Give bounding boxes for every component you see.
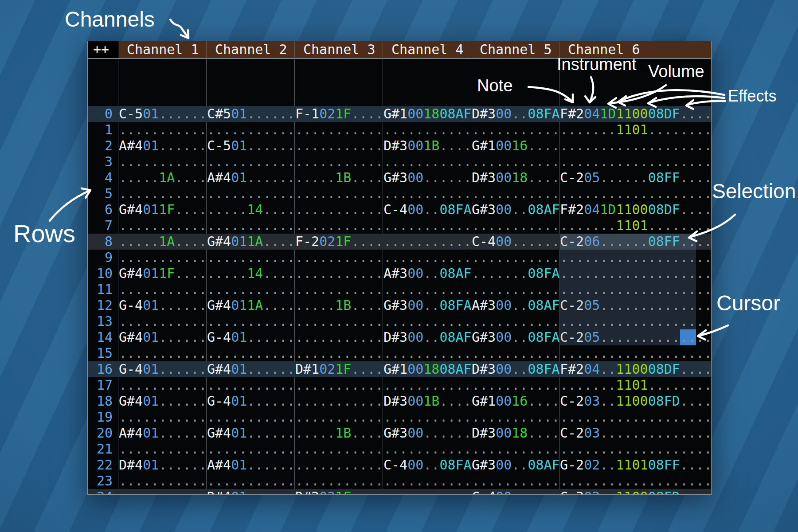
pattern-cell[interactable]: ........... xyxy=(472,409,560,425)
pattern-cell[interactable]: G#300..08AF xyxy=(472,202,560,218)
pattern-cell[interactable]: ........... xyxy=(383,473,472,489)
pattern-cell[interactable]: ........... xyxy=(119,313,207,329)
pattern-cell[interactable]: ........... xyxy=(383,122,472,138)
pattern-cell[interactable]: A#300..08AF xyxy=(383,266,472,282)
pattern-cell[interactable]: .....1A.... xyxy=(119,170,207,186)
pattern-cell[interactable]: ........... xyxy=(295,345,383,361)
pattern-row[interactable]: 16G-401......G#401......D#1021F....G#100… xyxy=(88,361,711,377)
pattern-cell[interactable]: C-501...... xyxy=(207,138,295,154)
pattern-cell[interactable]: D#401...... xyxy=(119,457,207,473)
pattern-cell[interactable]: ........... xyxy=(472,377,560,393)
pattern-cell[interactable]: ........... xyxy=(119,218,207,234)
pattern-row[interactable]: 17......................................… xyxy=(88,377,711,393)
pattern-cell[interactable]: ........... xyxy=(383,218,472,234)
pattern-cell[interactable]: ........... xyxy=(207,250,295,266)
pattern-cell[interactable]: ........... xyxy=(383,377,472,393)
pattern-cell[interactable]: ........... xyxy=(295,202,383,218)
pattern-cell[interactable]: ........... xyxy=(295,473,383,489)
pattern-row[interactable]: 19......................................… xyxy=(88,409,711,425)
pattern-cell[interactable]: ........... xyxy=(383,441,472,457)
pattern-cell[interactable]: G#401...... xyxy=(207,425,295,441)
pattern-cell[interactable]: C-302..110008FD.... xyxy=(560,489,712,495)
pattern-cell[interactable]: ........... xyxy=(295,122,383,138)
pattern-cell[interactable]: ........... xyxy=(295,218,383,234)
pattern-cell[interactable]: .....14.... xyxy=(207,202,295,218)
pattern-cell[interactable]: ................... xyxy=(560,138,712,154)
pattern-cell[interactable]: ........... xyxy=(207,154,295,170)
pattern-cell[interactable]: A#401...... xyxy=(119,425,207,441)
pattern-cell[interactable]: G#4011A.... xyxy=(207,297,295,313)
pattern-cell[interactable]: ........... xyxy=(119,154,207,170)
channel-header-1[interactable]: Channel 1 xyxy=(119,41,207,58)
channel-header-3[interactable]: Channel 3 xyxy=(295,41,383,58)
pattern-cell[interactable]: ........... xyxy=(207,218,295,234)
pattern-corner-button[interactable]: ++ xyxy=(88,41,119,58)
pattern-cell[interactable]: ................... xyxy=(560,409,712,425)
pattern-cell[interactable]: ................... xyxy=(560,154,712,170)
pattern-cell[interactable]: C-400...... xyxy=(472,234,560,250)
pattern-cell[interactable]: ........... xyxy=(207,282,295,297)
pattern-cell[interactable]: G#4011A.... xyxy=(207,234,295,250)
pattern-cell[interactable]: D#300..08FA xyxy=(472,361,560,377)
pattern-cell[interactable]: G-401...... xyxy=(207,329,295,345)
pattern-cell[interactable]: ........... xyxy=(295,154,383,170)
pattern-cell[interactable]: C-203..110008FD.... xyxy=(560,393,712,409)
pattern-cell[interactable]: ........... xyxy=(383,282,472,297)
pattern-cell[interactable]: ........... xyxy=(295,393,383,409)
pattern-cell[interactable]: ........... xyxy=(295,138,383,154)
pattern-cell[interactable]: ........... xyxy=(295,313,383,329)
pattern-cell[interactable]: ........... xyxy=(119,186,207,202)
pattern-cell[interactable]: ................... xyxy=(560,441,712,457)
pattern-cell[interactable]: ........... xyxy=(207,409,295,425)
pattern-cell[interactable]: ........... xyxy=(119,377,207,393)
pattern-cell[interactable]: G-202..110108FF.... xyxy=(560,457,712,473)
pattern-cell[interactable]: G-401...... xyxy=(119,361,207,377)
pattern-cell[interactable]: G#300..08FA xyxy=(472,329,560,345)
pattern-cell[interactable]: ........... xyxy=(119,122,207,138)
pattern-cell[interactable]: A#401...... xyxy=(207,170,295,186)
pattern-cell[interactable]: ........... xyxy=(383,345,472,361)
pattern-cell[interactable]: ........... xyxy=(383,186,472,202)
pattern-cell[interactable]: D#3001B.... xyxy=(383,138,472,154)
pattern-cell[interactable]: ........... xyxy=(119,282,207,297)
pattern-cell[interactable]: G#10016.... xyxy=(472,138,560,154)
pattern-cell[interactable]: G#300...... xyxy=(383,170,472,186)
channel-header-4[interactable]: Channel 4 xyxy=(383,41,472,58)
pattern-cell[interactable]: G#4011F.... xyxy=(119,202,207,218)
pattern-cell[interactable]: F#2041D110008DF.... xyxy=(560,106,712,122)
pattern-cell[interactable]: ........... xyxy=(295,186,383,202)
pattern-cell[interactable]: ........... xyxy=(207,122,295,138)
pattern-cell[interactable]: .....1A.... xyxy=(119,234,207,250)
pattern-cell[interactable]: .......08FA xyxy=(472,266,560,282)
pattern-cell[interactable]: ........... xyxy=(472,441,560,457)
pattern-cell[interactable]: ........... xyxy=(119,250,207,266)
pattern-cell[interactable]: G#401...... xyxy=(207,361,295,377)
pattern-cell[interactable]: ........... xyxy=(207,345,295,361)
pattern-cell[interactable]: A#401...... xyxy=(119,138,207,154)
pattern-cell[interactable]: ................... xyxy=(560,345,712,361)
pattern-cell[interactable]: D#30018.... xyxy=(472,170,560,186)
pattern-cell[interactable]: ........... xyxy=(383,234,472,250)
pattern-cell[interactable]: ........... xyxy=(295,250,383,266)
pattern-cell[interactable]: ........... xyxy=(472,154,560,170)
pattern-cell[interactable]: ........... xyxy=(295,282,383,297)
pattern-cell[interactable]: ........... xyxy=(472,218,560,234)
pattern-cell[interactable]: D#300..08FA xyxy=(472,106,560,122)
pattern-cell[interactable]: F#204..110008DF.... xyxy=(560,361,712,377)
pattern-cell[interactable]: ........... xyxy=(472,122,560,138)
pattern-cell[interactable]: ........... xyxy=(472,313,560,329)
pattern-row[interactable]: 4.....1A....A#401...........1B....G#300.… xyxy=(88,170,711,186)
pattern-cell[interactable]: ........... xyxy=(383,409,472,425)
pattern-cell[interactable]: ........... xyxy=(295,457,383,473)
pattern-cell[interactable]: .....1B.... xyxy=(295,170,383,186)
pattern-cell[interactable]: ........... xyxy=(472,250,560,266)
pattern-cell[interactable]: ........... xyxy=(119,345,207,361)
pattern-cell[interactable]: ........... xyxy=(295,377,383,393)
pattern-cell[interactable]: ........... xyxy=(383,250,472,266)
pattern-cell[interactable]: A#401...... xyxy=(207,457,295,473)
pattern-cell[interactable]: ........... xyxy=(472,282,560,297)
pattern-cell[interactable]: F-2021F.... xyxy=(295,234,383,250)
pattern-cell[interactable]: G#10016.... xyxy=(472,393,560,409)
pattern-row[interactable]: 22D#401......A#401.................C-400… xyxy=(88,457,711,473)
pattern-cell[interactable]: C-501...... xyxy=(119,106,207,122)
